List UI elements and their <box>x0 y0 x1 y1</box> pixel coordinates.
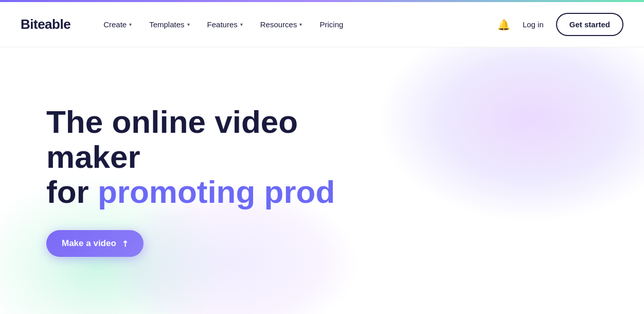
arrow-icon: ↗ <box>119 238 131 250</box>
nav-item-create[interactable]: Create ▾ <box>96 16 139 33</box>
navbar: Biteable Create ▾ Templates ▾ Features ▾… <box>0 2 644 47</box>
nav-item-resources-label: Resources <box>260 20 297 29</box>
chevron-down-icon: ▾ <box>187 22 190 27</box>
chevron-down-icon: ▾ <box>240 22 243 27</box>
hero-title-line2-prefix: for <box>46 174 98 210</box>
notification-bell-icon[interactable]: 🔔 <box>497 19 510 31</box>
nav-item-templates[interactable]: Templates ▾ <box>142 16 196 33</box>
chevron-down-icon: ▾ <box>299 22 302 27</box>
make-video-label: Make a video <box>62 238 116 249</box>
nav-item-features[interactable]: Features ▾ <box>200 16 250 33</box>
nav-item-create-label: Create <box>103 20 127 29</box>
hero-title: The online video maker for promoting pro… <box>46 104 391 210</box>
nav-item-pricing[interactable]: Pricing <box>312 16 350 33</box>
nav-item-pricing-label: Pricing <box>319 20 343 29</box>
logo[interactable]: Biteable <box>21 16 70 32</box>
hero-section: The online video maker for promoting pro… <box>0 47 644 314</box>
nav-item-resources[interactable]: Resources ▾ <box>253 16 310 33</box>
background-blob-top-right <box>377 47 644 222</box>
nav-item-templates-label: Templates <box>149 20 184 29</box>
chevron-down-icon: ▾ <box>129 22 132 27</box>
nav-item-features-label: Features <box>207 20 238 29</box>
make-video-button[interactable]: Make a video ↗ <box>46 230 144 257</box>
hero-title-line1: The online video maker <box>46 104 298 175</box>
nav-links: Create ▾ Templates ▾ Features ▾ Resource… <box>96 16 497 33</box>
hero-title-highlight: promoting prod <box>98 174 335 210</box>
get-started-button[interactable]: Get started <box>556 13 623 36</box>
login-link[interactable]: Log in <box>523 20 544 29</box>
hero-content: The online video maker for promoting pro… <box>0 104 391 257</box>
nav-right: 🔔 Log in Get started <box>497 13 623 36</box>
